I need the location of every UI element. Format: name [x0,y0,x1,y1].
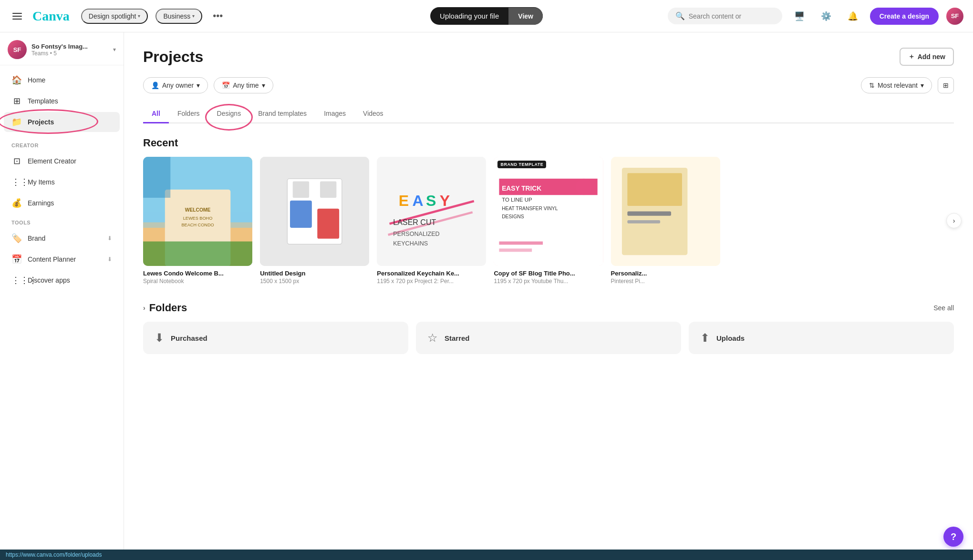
recent-item-3[interactable]: BRAND TEMPLATE EASY TRICK TO LINE UP HEA… [494,157,603,285]
folders-section-title: › Folders [143,302,187,314]
sidebar-item-label: Discover apps [28,276,70,284]
view-toggle-button[interactable]: ⊞ [938,77,954,93]
sort-button[interactable]: ⇅ Most relevant ▾ [861,77,932,93]
sidebar-item-templates[interactable]: ⊞ Templates [4,91,120,111]
tab-images[interactable]: Images [315,105,354,123]
plus-icon: ＋ [908,52,915,61]
projects-icon: 📁 [11,117,22,127]
main-content: Projects ＋ Add new 👤 Any owner ▾ 📅 Any t… [124,32,973,560]
svg-rect-37 [627,173,682,206]
tab-videos[interactable]: Videos [354,105,392,123]
sidebar-item-brand[interactable]: 🏷️ Brand ⬇ [4,228,120,248]
help-icon: ? [951,531,956,542]
team-avatar: SF [8,40,27,59]
status-url: https://www.canva.com/folder/uploads [6,551,102,558]
filters-row: 👤 Any owner ▾ 📅 Any time ▾ ⇅ Most releva… [143,77,954,93]
sidebar-item-projects[interactable]: 📁 Projects [4,112,120,132]
svg-text:TO LINE UP: TO LINE UP [502,197,533,203]
earnings-icon: 💰 [11,198,22,208]
tools-section-label: Tools [0,214,124,227]
svg-text:HEAT TRANSFER VINYL: HEAT TRANSFER VINYL [502,206,559,211]
page-header: Projects ＋ Add new [143,48,954,66]
element-creator-icon: ⊡ [11,156,22,166]
tab-folders[interactable]: Folders [169,105,208,123]
notifications-icon-button[interactable]: 🔔 [843,7,862,26]
recent-item-0[interactable]: WELCOME LEWES BOHO BEACH CONDO Lewes Con… [143,157,252,285]
content-tabs: All Folders Designs Brand templates Imag… [143,105,954,123]
creator-section-label: Creator [0,137,124,150]
brand-icon: 🏷️ [11,233,22,244]
upload-view-button[interactable]: View [508,8,543,25]
see-all-link[interactable]: See all [933,304,954,312]
calendar-icon: 📅 [222,81,230,89]
svg-text:S: S [426,192,436,209]
svg-text:E: E [399,192,409,209]
sidebar-item-label: Home [28,76,45,84]
svg-text:PERSONALIZED: PERSONALIZED [393,231,440,237]
item-name: Copy of SF Blog Title Pho... [494,270,603,277]
recent-item-4[interactable]: Personaliz... Pinterest Pi... [611,157,720,285]
folder-name: Purchased [171,334,207,342]
search-icon: 🔍 [675,11,685,20]
svg-rect-12 [317,209,339,239]
sidebar-item-label: Element Creator [28,157,76,165]
search-bar[interactable]: 🔍 [668,8,782,24]
folder-starred[interactable]: ☆ Starred [416,322,681,354]
more-menu-button[interactable]: ••• [210,8,226,24]
top-navigation: Canva Design spotlight ▾ Business ▾ ••• … [0,0,973,32]
item-meta: 1195 x 720 px Youtube Thu... [494,278,603,285]
tab-designs[interactable]: Designs [208,105,250,123]
sidebar-item-label: Templates [28,97,58,105]
svg-point-34 [576,179,592,195]
next-arrow-button[interactable]: › [946,213,962,228]
chevron-down-icon: ▾ [138,13,140,19]
avatar[interactable]: SF [946,8,963,25]
person-icon: 👤 [151,81,159,89]
grid-icon: ⊞ [943,81,949,89]
svg-rect-14 [320,182,336,198]
item-thumbnail: E A S Y LASER CUT PERSONALIZED KEYCHAINS [377,157,486,266]
sidebar-item-label: Brand [28,234,102,242]
add-new-label: Add new [918,53,945,61]
recent-item-2[interactable]: E A S Y LASER CUT PERSONALIZED KEYCHAINS… [377,157,486,285]
design-spotlight-menu[interactable]: Design spotlight ▾ [81,9,148,24]
sidebar-item-element-creator[interactable]: ⊡ Element Creator [4,151,120,171]
settings-icon-button[interactable]: ⚙️ [817,7,836,26]
templates-icon: ⊞ [11,96,22,106]
sidebar-item-label: Earnings [28,199,112,207]
sidebar-item-discover-apps[interactable]: ⋮⋮⋮ Discover apps [4,270,120,290]
sort-label: Most relevant [878,81,918,89]
partial-thumb-svg [611,157,720,266]
blog-thumb-svg: EASY TRICK TO LINE UP HEAT TRANSFER VINY… [494,157,603,266]
folder-purchased[interactable]: ⬇ Purchased [143,322,408,354]
team-chevron-icon: ▾ [113,46,116,53]
sidebar-item-earnings[interactable]: 💰 Earnings [4,193,120,213]
monitor-icon-button[interactable]: 🖥️ [790,7,809,26]
folders-header: › Folders See all [143,302,954,314]
sidebar-item-home[interactable]: 🏠 Home [4,70,120,90]
tab-all[interactable]: All [143,105,169,123]
chevron-down-icon: ▾ [197,81,200,89]
recent-item-1[interactable]: Untitled Design 1500 x 1500 px [260,157,369,285]
svg-text:LEWES BOHO: LEWES BOHO [183,216,213,221]
folder-uploads[interactable]: ⬆ Uploads [689,322,954,354]
sidebar-item-label: My Items [28,178,112,186]
star-icon: ☆ [427,331,438,345]
business-menu[interactable]: Business ▾ [155,9,202,24]
time-filter[interactable]: 📅 Any time ▾ [214,77,273,93]
status-bar: https://www.canva.com/folder/uploads [0,550,973,560]
item-name: Personalized Keychain Ke... [377,270,486,277]
create-design-button[interactable]: Create a design [870,8,939,25]
owner-filter[interactable]: 👤 Any owner ▾ [143,77,208,93]
search-input[interactable] [689,12,775,20]
hamburger-menu[interactable] [10,10,25,22]
add-new-button[interactable]: ＋ Add new [900,48,954,66]
discover-apps-icon: ⋮⋮⋮ [11,275,22,285]
sidebar-item-content-planner[interactable]: 📅 Content Planner ⬇ [4,249,120,269]
item-name: Lewes Condo Welcome B... [143,270,252,277]
help-button[interactable]: ? [943,527,963,547]
svg-text:BEACH CONDO: BEACH CONDO [181,223,214,227]
tab-brand-templates[interactable]: Brand templates [249,105,315,123]
sidebar-item-my-items[interactable]: ⋮⋮ My Items [4,172,120,192]
team-selector[interactable]: SF So Fontsy's Imag... Teams • 5 ▾ [0,32,124,65]
